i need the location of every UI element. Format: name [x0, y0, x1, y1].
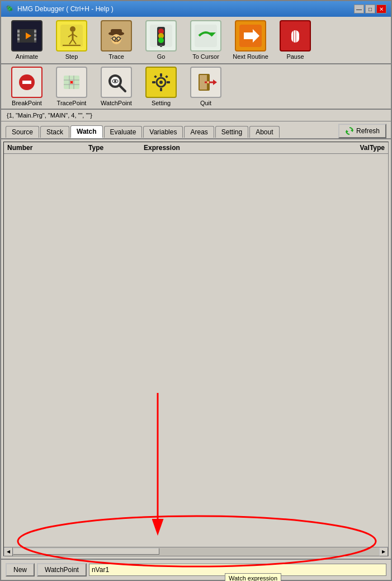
- setting-toolbar-button[interactable]: Setting: [141, 67, 181, 106]
- status-text: {1, "Main.Prg", "MAIN", 4, "", ""}: [7, 112, 92, 119]
- title-bar-left: 🪲 HMG Debugger ( Ctrl+H - Help ): [6, 5, 114, 13]
- horizontal-scrollbar[interactable]: ◀ ▶: [4, 547, 388, 556]
- svg-rect-5: [17, 30, 20, 32]
- tocursor-label: To Cursor: [192, 53, 219, 60]
- tab-evaluate[interactable]: Evaluate: [104, 126, 143, 138]
- nextroutine-icon: [235, 20, 266, 51]
- trace-label: Trace: [108, 53, 124, 60]
- new-button[interactable]: New: [6, 563, 35, 577]
- go-label: Go: [157, 53, 166, 60]
- svg-point-13: [70, 26, 75, 32]
- svg-rect-8: [34, 30, 36, 32]
- svg-rect-10: [34, 38, 36, 40]
- table-area: Number Type Expression ValType ◀: [1, 139, 391, 559]
- tab-stack[interactable]: Stack: [40, 126, 69, 138]
- svg-point-59: [114, 80, 116, 82]
- tocursor-icon: [190, 20, 221, 51]
- tab-about[interactable]: About: [249, 126, 279, 138]
- svg-point-74: [207, 81, 209, 83]
- pause-button[interactable]: Pause: [275, 20, 315, 60]
- setting-label: Setting: [152, 100, 171, 106]
- quit-button[interactable]: Quit: [186, 67, 226, 106]
- watchpoint-icon: [101, 67, 132, 98]
- scroll-right-arrow[interactable]: ▶: [379, 547, 388, 556]
- title-controls: — □ ✕: [354, 4, 386, 13]
- step-icon: [56, 20, 87, 51]
- scroll-thumb[interactable]: [13, 548, 159, 555]
- col-type: Type: [85, 142, 140, 154]
- step-button[interactable]: Step: [51, 20, 92, 60]
- tab-source[interactable]: Source: [6, 126, 39, 138]
- tocursor-button[interactable]: To Cursor: [186, 20, 226, 60]
- svg-rect-65: [152, 81, 155, 83]
- breakpoint-icon: [11, 67, 42, 98]
- svg-rect-7: [17, 38, 20, 40]
- maximize-button[interactable]: □: [365, 4, 375, 13]
- watchpoint-input-button[interactable]: WatchPoint: [37, 563, 87, 577]
- scroll-track[interactable]: [13, 547, 379, 556]
- svg-rect-64: [160, 88, 162, 91]
- svg-rect-6: [17, 34, 20, 36]
- quit-label: Quit: [200, 100, 211, 106]
- trace-icon: [101, 20, 132, 51]
- setting-icon: [145, 67, 177, 98]
- go-button[interactable]: Go: [141, 20, 181, 60]
- toolbar-row1: Animate: [1, 17, 391, 64]
- quit-icon: [190, 67, 221, 98]
- pause-label: Pause: [286, 53, 304, 60]
- watch-table: Number Type Expression ValType: [4, 142, 388, 154]
- app-window: 🪲 HMG Debugger ( Ctrl+H - Help ) — □ ✕: [0, 0, 392, 581]
- watch-expression-tooltip: Watch expression: [225, 573, 281, 581]
- main-content: Animate: [1, 17, 391, 580]
- svg-rect-40: [291, 30, 299, 43]
- svg-rect-9: [34, 34, 36, 36]
- svg-rect-22: [111, 29, 122, 35]
- app-icon: 🪲: [6, 5, 14, 13]
- bottom-area: New WatchPoint Watch expression: [1, 559, 391, 580]
- table-inner: Number Type Expression ValType ◀: [3, 142, 389, 556]
- col-valtype: ValType: [308, 142, 388, 154]
- pause-icon: [280, 20, 311, 51]
- trace-button[interactable]: Trace: [96, 20, 136, 60]
- toolbar-row2: BreakPoint: [1, 64, 391, 110]
- breakpoint-button[interactable]: BreakPoint: [7, 67, 47, 106]
- tab-setting[interactable]: Setting: [215, 126, 248, 138]
- refresh-label: Refresh: [356, 127, 380, 135]
- animate-button[interactable]: Animate: [7, 20, 47, 60]
- refresh-icon: [345, 126, 354, 135]
- tab-variables[interactable]: Variables: [143, 126, 183, 138]
- svg-rect-45: [22, 81, 31, 84]
- scroll-left-arrow[interactable]: ◀: [4, 547, 13, 556]
- step-label: Step: [65, 53, 78, 60]
- svg-rect-66: [167, 81, 170, 83]
- svg-point-33: [158, 38, 164, 43]
- tab-areas[interactable]: Areas: [184, 126, 214, 138]
- tracepoint-icon: [56, 67, 87, 98]
- tracepoint-button[interactable]: TracePoint: [51, 67, 92, 106]
- close-button[interactable]: ✕: [376, 4, 386, 13]
- animate-icon: [11, 20, 42, 51]
- go-icon: [145, 20, 177, 51]
- svg-rect-34: [160, 45, 162, 47]
- tracepoint-label: TracePoint: [57, 100, 87, 106]
- svg-rect-63: [160, 73, 162, 77]
- watchpoint-toolbar-button[interactable]: WatchPoint: [96, 67, 136, 106]
- watchpoint-label: WatchPoint: [101, 100, 132, 106]
- svg-rect-35: [195, 25, 217, 47]
- refresh-button[interactable]: Refresh: [338, 124, 386, 138]
- col-number: Number: [4, 142, 85, 154]
- status-bar: {1, "Main.Prg", "MAIN", 4, "", ""}: [1, 110, 391, 121]
- minimize-button[interactable]: —: [354, 4, 364, 13]
- nextroutine-label: Next Routine: [233, 53, 268, 60]
- tabs-row: Source Stack Watch Evaluate Variables Ar…: [1, 121, 391, 139]
- title-bar: 🪲 HMG Debugger ( Ctrl+H - Help ) — □ ✕: [1, 1, 391, 17]
- animate-label: Animate: [16, 53, 38, 60]
- nextroutine-button[interactable]: Next Routine: [230, 20, 271, 60]
- input-row: New WatchPoint: [6, 563, 386, 577]
- title-text: HMG Debugger ( Ctrl+H - Help ): [17, 5, 114, 13]
- tab-watch[interactable]: Watch: [70, 125, 103, 138]
- breakpoint-label: BreakPoint: [12, 100, 42, 106]
- col-expression: Expression: [140, 142, 308, 154]
- svg-point-62: [159, 81, 163, 84]
